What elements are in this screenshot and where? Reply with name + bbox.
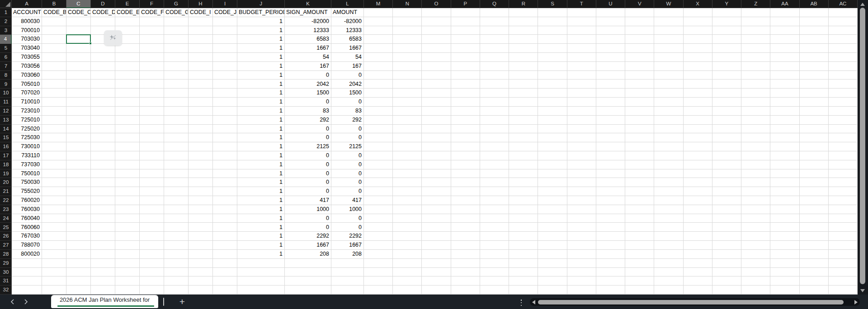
cell-A5-account[interactable]: 703040	[12, 44, 42, 53]
scroll-up-arrow-icon[interactable]	[860, 3, 865, 6]
row-header-11[interactable]: 11	[0, 98, 12, 107]
cell-J20-budget-period[interactable]: 1	[237, 178, 284, 187]
cell-J25-budget-period[interactable]: 1	[237, 223, 284, 232]
row-header-14[interactable]: 14	[0, 125, 12, 134]
row-header-8[interactable]: 8	[0, 71, 12, 80]
cell-L9-amount[interactable]: 2042	[331, 80, 363, 89]
cell-J21-budget-period[interactable]: 1	[237, 187, 284, 196]
fill-handle[interactable]	[89, 42, 92, 45]
cell-J3-budget-period[interactable]: 1	[237, 26, 284, 35]
row-header-32[interactable]: 32	[0, 286, 12, 295]
cell-I1-field-header[interactable]: CODE_J	[213, 8, 237, 17]
cell-J4-budget-period[interactable]: 1	[237, 35, 284, 44]
cell-J18-budget-period[interactable]: 1	[237, 160, 284, 169]
scroll-right-arrow-icon[interactable]	[854, 300, 858, 304]
cell-L23-amount[interactable]: 1000	[331, 205, 363, 214]
cell-K20-sign-amount[interactable]: 0	[285, 178, 331, 187]
cell-A3-account[interactable]: 700010	[12, 26, 42, 35]
column-header-D[interactable]: D	[91, 0, 115, 8]
cell-L13-amount[interactable]: 292	[331, 116, 363, 125]
column-header-AB[interactable]: AB	[800, 0, 829, 8]
cell-L12-amount[interactable]: 83	[331, 107, 363, 116]
column-header-E[interactable]: E	[115, 0, 140, 8]
row-header-3[interactable]: 3	[0, 26, 12, 35]
row-header-12[interactable]: 12	[0, 107, 12, 116]
cell-A21-account[interactable]: 755020	[12, 187, 42, 196]
cell-K6-sign-amount[interactable]: 54	[285, 53, 331, 62]
cell-A8-account[interactable]: 703060	[12, 71, 42, 80]
column-header-X[interactable]: X	[684, 0, 712, 8]
cell-L19-amount[interactable]: 0	[331, 169, 363, 178]
row-header-30[interactable]: 30	[0, 268, 12, 277]
cell-L1-field-header[interactable]: AMOUNT	[331, 8, 363, 17]
cell-K8-sign-amount[interactable]: 0	[285, 71, 331, 80]
column-header-Q[interactable]: Q	[480, 0, 509, 8]
cell-J26-budget-period[interactable]: 1	[237, 232, 284, 241]
cell-D1-field-header[interactable]: CODE_D	[91, 8, 115, 17]
cell-A1-field-header[interactable]: ACCOUNT	[12, 8, 42, 17]
vertical-scrollbar[interactable]	[858, 0, 868, 295]
row-header-7[interactable]: 7	[0, 62, 12, 71]
cell-L16-amount[interactable]: 2125	[331, 142, 363, 151]
cell-B1-field-header[interactable]: CODE_B	[42, 8, 66, 17]
cell-G1-field-header[interactable]: CODE_G	[164, 8, 188, 17]
column-header-V[interactable]: V	[625, 0, 654, 8]
cell-L2-amount[interactable]: -82000	[331, 17, 363, 26]
row-header-13[interactable]: 13	[0, 116, 12, 125]
cell-J28-budget-period[interactable]: 1	[237, 250, 284, 259]
cell-L4-amount[interactable]: 6583	[331, 35, 363, 44]
cell-K24-sign-amount[interactable]: 0	[285, 214, 331, 223]
column-header-Z[interactable]: Z	[741, 0, 770, 8]
row-header-1[interactable]: 1	[0, 8, 12, 17]
cell-A10-account[interactable]: 707020	[12, 89, 42, 98]
column-header-P[interactable]: P	[451, 0, 480, 8]
cell-J12-budget-period[interactable]: 1	[237, 107, 284, 116]
cell-A16-account[interactable]: 730010	[12, 142, 42, 151]
cell-J15-budget-period[interactable]: 1	[237, 133, 284, 142]
row-header-6[interactable]: 6	[0, 53, 12, 62]
cell-A12-account[interactable]: 723010	[12, 107, 42, 116]
cell-L17-amount[interactable]: 0	[331, 151, 363, 160]
horizontal-scrollbar[interactable]	[530, 298, 860, 306]
column-header-N[interactable]: N	[393, 0, 422, 8]
cell-K28-sign-amount[interactable]: 208	[285, 250, 331, 259]
cell-K21-sign-amount[interactable]: 0	[285, 187, 331, 196]
cell-A7-account[interactable]: 703056	[12, 62, 42, 71]
cell-A2-account[interactable]: 800030	[12, 17, 42, 26]
cell-J9-budget-period[interactable]: 1	[237, 80, 284, 89]
cell-K22-sign-amount[interactable]: 417	[285, 196, 331, 205]
cell-L21-amount[interactable]: 0	[331, 187, 363, 196]
cell-A22-account[interactable]: 760020	[12, 196, 42, 205]
column-header-S[interactable]: S	[538, 0, 567, 8]
column-header-AC[interactable]: AC	[829, 0, 858, 8]
cell-K27-sign-amount[interactable]: 1667	[285, 241, 331, 250]
cell-K15-sign-amount[interactable]: 0	[285, 133, 331, 142]
cell-J13-budget-period[interactable]: 1	[237, 116, 284, 125]
cell-H1-field-header[interactable]: CODE_I	[189, 8, 212, 17]
column-header-H[interactable]: H	[189, 0, 213, 8]
column-header-R[interactable]: R	[509, 0, 538, 8]
cell-J5-budget-period[interactable]: 1	[237, 44, 284, 53]
cell-L8-amount[interactable]: 0	[331, 71, 363, 80]
cell-J23-budget-period[interactable]: 1	[237, 205, 284, 214]
cell-J10-budget-period[interactable]: 1	[237, 89, 284, 98]
cell-J14-budget-period[interactable]: 1	[237, 125, 284, 134]
cell-K18-sign-amount[interactable]: 0	[285, 160, 331, 169]
scroll-down-arrow-icon[interactable]	[860, 289, 865, 292]
cell-A15-account[interactable]: 725030	[12, 133, 42, 142]
cell-K4-sign-amount[interactable]: 6583	[285, 35, 331, 44]
horizontal-scrollbar-thumb[interactable]	[538, 300, 844, 304]
cell-K23-sign-amount[interactable]: 1000	[285, 205, 331, 214]
column-header-G[interactable]: G	[164, 0, 189, 8]
row-header-26[interactable]: 26	[0, 232, 12, 241]
cell-K1-field-header[interactable]: SIGN_AMOUNT	[285, 8, 331, 17]
column-header-A[interactable]: A	[12, 0, 42, 8]
row-header-29[interactable]: 29	[0, 259, 12, 268]
sheet-tab-active[interactable]: 2026 ACM Jan Plan Worksheet for	[51, 295, 158, 308]
cell-K2-sign-amount[interactable]: -82000	[285, 17, 331, 26]
cell-J17-budget-period[interactable]: 1	[237, 151, 284, 160]
cell-L5-amount[interactable]: 1667	[331, 44, 363, 53]
column-header-K[interactable]: K	[285, 0, 331, 8]
column-header-F[interactable]: F	[140, 0, 164, 8]
cell-K17-sign-amount[interactable]: 0	[285, 151, 331, 160]
